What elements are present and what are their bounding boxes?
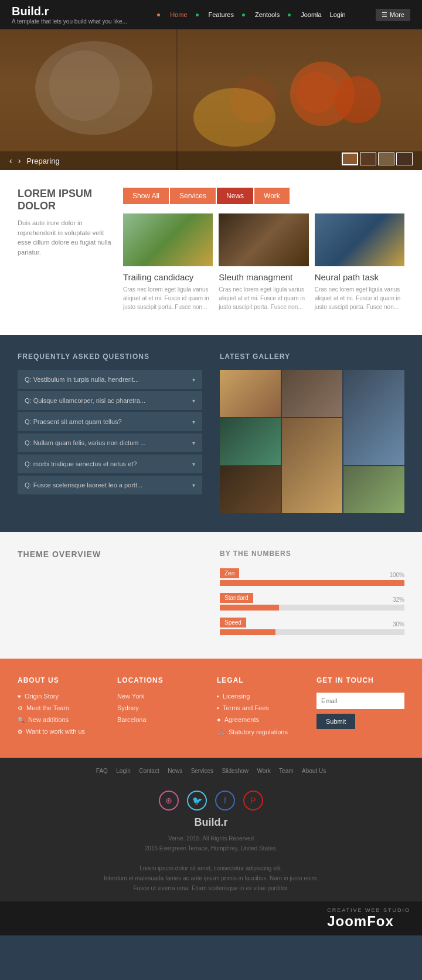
footer-copy-line1: Verse. 2015. All Rights Reserved xyxy=(8,833,414,843)
gallery-cell-5[interactable] xyxy=(282,418,343,513)
email-field[interactable] xyxy=(316,693,404,709)
speed-bar-bg: 30% xyxy=(220,629,404,635)
footer-legal-link-2[interactable]: ▪ Terms and Fees xyxy=(217,704,305,711)
faq-text-4: Q: Nullam quam felis, varius non dictum … xyxy=(25,439,146,446)
footer-nav-login[interactable]: Login xyxy=(116,768,130,774)
tab-news[interactable]: News xyxy=(217,188,253,204)
faq-item-5[interactable]: Q: morbi tristique senectus et netus et?… xyxy=(18,455,202,473)
zen-bar-fill xyxy=(220,580,404,586)
footer-legal-link-4[interactable]: 🚲 Statutory regulations xyxy=(217,728,305,735)
more-label: More xyxy=(390,11,404,18)
facebook-icon[interactable]: f xyxy=(215,791,235,811)
nav-home-dot xyxy=(157,13,160,16)
tab-show-all[interactable]: Show All xyxy=(123,188,169,204)
portfolio-text: Duis aute irure dolor in reprehenderit i… xyxy=(18,218,111,257)
nav-home[interactable]: Home xyxy=(170,11,187,18)
card-desc-1: Cras nec lorem eget ligula varius alique… xyxy=(123,285,213,311)
footer-contact-heading: GET IN TOUCH xyxy=(316,676,404,684)
faq-gallery-section: FREQUENTLY ASKED QUESTIONS Q: Vestibulum… xyxy=(0,335,422,532)
footer-legal-link-3[interactable]: ● Agreements xyxy=(217,716,305,723)
footer-nav-team[interactable]: Team xyxy=(279,768,293,774)
standard-bar-bg: 32% xyxy=(220,605,404,611)
faq-item-4[interactable]: Q: Nullam quam felis, varius non dictum … xyxy=(18,433,202,452)
footer-nav-services[interactable]: Services xyxy=(191,768,213,774)
footer-nav-contact[interactable]: Contact xyxy=(139,768,159,774)
faq-text-3: Q: Praesent sit amet quam tellus? xyxy=(25,418,122,425)
footer-location-3[interactable]: Barcelona xyxy=(117,716,205,723)
pinterest-icon[interactable]: P xyxy=(243,791,263,811)
more-button[interactable]: ☰ More xyxy=(376,9,410,21)
footer-about-label-2: Meet the Team xyxy=(26,704,69,711)
theme-column: THEME OVERVIEW xyxy=(18,550,202,641)
header: Build.r A template that lets you build w… xyxy=(0,0,422,29)
legal-icon-1: ▪ xyxy=(217,693,219,700)
dribbble-icon[interactable]: ⊕ xyxy=(159,791,179,811)
gallery-cell-4[interactable] xyxy=(220,418,281,465)
hero-label: Preparing xyxy=(26,157,59,165)
footer-copy: Verse. 2015. All Rights Reserved 2015 Ev… xyxy=(8,833,414,893)
footer-about-link-3[interactable]: 🔍 New additions xyxy=(18,716,106,723)
footer-about-link-1[interactable]: ♥ Origin Story xyxy=(18,693,106,700)
portfolio-right: Show All Services News Work Trailing can… xyxy=(123,188,404,311)
gallery-cell-3[interactable] xyxy=(343,370,404,465)
faq-item-1[interactable]: Q: Vestibulum in turpis nulla, hendrerit… xyxy=(18,370,202,389)
hero-thumb-3[interactable] xyxy=(378,152,394,165)
nav-joomla[interactable]: Joomla xyxy=(301,11,321,18)
footer-location-2[interactable]: Sydney xyxy=(117,704,205,711)
footer-nav-work[interactable]: Work xyxy=(257,768,270,774)
gallery-cell-1[interactable] xyxy=(220,370,281,417)
gallery-column: LATEST GALLERY xyxy=(220,352,404,514)
progress-standard: Standard 32% xyxy=(220,592,404,611)
footer-about-link-4[interactable]: ✿ Want to work with us xyxy=(18,728,106,735)
card-image-3 xyxy=(315,213,404,266)
tab-services[interactable]: Services xyxy=(170,188,216,204)
faq-item-6[interactable]: Q: Fusce scelerisque laoreet leo a portt… xyxy=(18,476,202,494)
footer-nav-faq[interactable]: FAQ xyxy=(96,768,108,774)
hero-thumb-2[interactable] xyxy=(360,152,376,165)
next-arrow[interactable]: › xyxy=(18,156,21,165)
nav-zentools[interactable]: Zentools xyxy=(255,11,280,18)
prev-arrow[interactable]: ‹ xyxy=(9,156,12,165)
zen-label: Zen xyxy=(220,568,239,578)
hero-section: ‹ › Preparing xyxy=(0,29,422,170)
card-3: Neural path task Cras nec lorem eget lig… xyxy=(315,213,404,311)
svg-point-3 xyxy=(334,76,381,123)
footer-legal-label-4: Statutory regulations xyxy=(229,728,288,735)
gallery-heading: LATEST GALLERY xyxy=(220,352,404,361)
footer-nav-news[interactable]: News xyxy=(168,768,182,774)
gallery-cell-6[interactable] xyxy=(220,466,281,513)
card-desc-3: Cras nec lorem eget ligula varius alique… xyxy=(315,285,404,311)
standard-label: Standard xyxy=(220,593,253,603)
footer-legal-link-1[interactable]: ▪ Licensing xyxy=(217,693,305,700)
flower-icon: ✿ xyxy=(18,728,22,735)
legal-icon-3: ● xyxy=(217,716,221,723)
nav-login[interactable]: Login xyxy=(330,11,346,18)
hero-thumb-1[interactable] xyxy=(342,152,358,165)
faq-arrow-6: ▾ xyxy=(192,482,195,489)
gallery-cell-7[interactable] xyxy=(343,466,404,513)
theme-numbers-section: THEME OVERVIEW BY THE NUMBERS Zen 100% S… xyxy=(0,532,422,659)
faq-item-3[interactable]: Q: Praesent sit amet quam tellus? ▾ xyxy=(18,412,202,431)
nav-features[interactable]: Features xyxy=(209,11,234,18)
footer-about-heading: ABOUT US xyxy=(18,676,106,684)
hero-thumb-4[interactable] xyxy=(396,152,413,165)
footer-nav-about[interactable]: About Us xyxy=(302,768,326,774)
footer-location-1[interactable]: New York xyxy=(117,693,205,700)
faq-text-6: Q: Fusce scelerisque laoreet leo a portt… xyxy=(25,481,142,489)
twitter-icon[interactable]: 🐦 xyxy=(187,791,207,811)
progress-speed: Speed 30% xyxy=(220,616,404,635)
footer-about-link-2[interactable]: ⚙ Meet the Team xyxy=(18,704,106,711)
submit-button[interactable]: Submit xyxy=(316,714,355,729)
faq-arrow-1: ▾ xyxy=(192,377,195,383)
faq-arrow-2: ▾ xyxy=(192,398,195,404)
footer-contact: GET IN TOUCH Submit xyxy=(316,676,404,740)
team-icon: ⚙ xyxy=(18,705,23,711)
hero-thumbnails xyxy=(342,152,413,165)
faq-text-1: Q: Vestibulum in turpis nulla, hendrerit… xyxy=(25,376,139,383)
tab-work[interactable]: Work xyxy=(254,188,290,204)
footer-about-label-1: Origin Story xyxy=(25,693,59,700)
nav-joomla-dot xyxy=(288,13,291,16)
footer-nav-slideshow[interactable]: Slideshow xyxy=(222,768,249,774)
gallery-cell-2[interactable] xyxy=(282,370,343,417)
faq-item-2[interactable]: Q: Quisque ullamcorper, nisi ac pharetra… xyxy=(18,391,202,410)
